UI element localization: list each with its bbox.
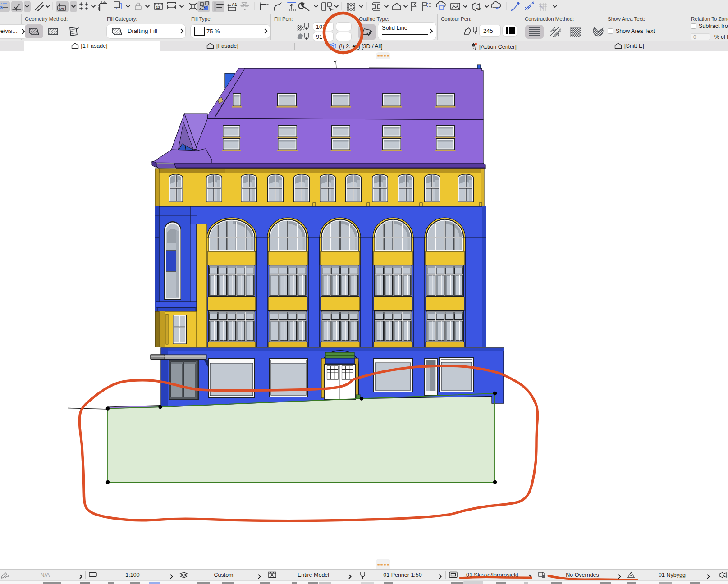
svg-text:On: On <box>723 575 727 578</box>
svg-text:A1: A1 <box>232 2 237 7</box>
svg-text:12: 12 <box>156 5 160 9</box>
svg-text:XY:: XY: <box>59 7 64 11</box>
svg-text:On: On <box>477 7 481 10</box>
